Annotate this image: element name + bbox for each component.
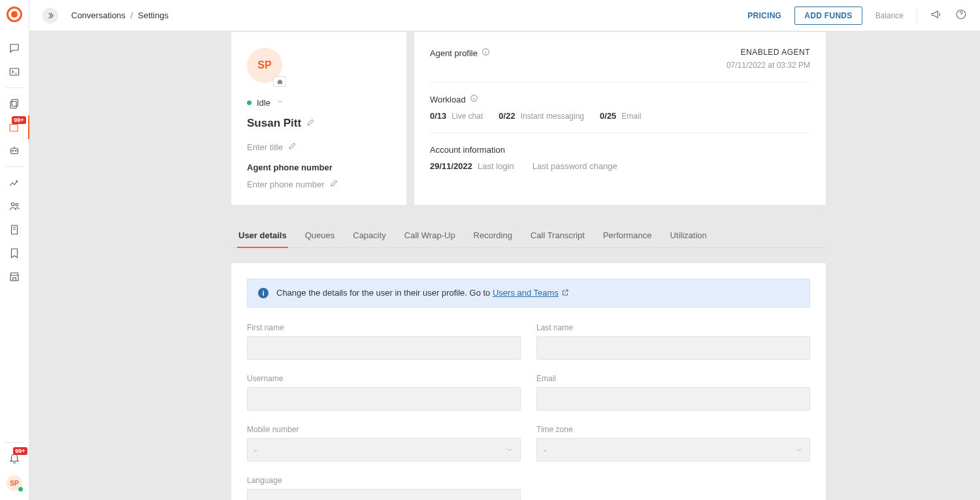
edit-phone-icon [330,179,338,189]
nav-agents-badge: 99+ [12,116,25,124]
agent-avatar[interactable]: SP [247,48,282,83]
brand-logo[interactable] [7,7,22,22]
info-banner: i Change the details for the user in the… [247,279,810,307]
timezone-select[interactable]: - [536,438,810,461]
announce-icon[interactable] [930,8,942,22]
agent-name-text: Susan Pitt [247,117,301,130]
help-icon[interactable] [955,8,967,22]
svg-point-6 [16,150,17,151]
agent-title-placeholder: Enter title [247,142,283,152]
topbar: Conversations / Settings PRICING ADD FUN… [29,0,980,31]
svg-point-5 [12,150,14,151]
first-name-input[interactable] [247,336,521,360]
stat-email-label: Email [621,112,641,121]
nav-analytics-icon[interactable] [0,171,29,195]
last-name-input[interactable] [536,336,810,360]
phone-label: Agent phone number [247,163,391,172]
agent-identity-card: SP Idle Sus [231,31,407,206]
svg-rect-4 [11,148,18,153]
email-input[interactable] [536,387,810,411]
last-pwd-label: Last password change [532,161,617,171]
agent-avatar-initials: SP [257,59,271,71]
tab-call-wrapup[interactable]: Call Wrap-Up [403,224,457,247]
stat-instant-messaging: 0/22 Instant messaging [498,111,584,121]
sidebar: 99+ 99+ SP [0,0,29,500]
nav-bookmark-icon[interactable] [0,242,29,265]
svg-rect-9 [12,225,18,234]
svg-point-11 [279,81,281,83]
nav-bot-icon[interactable] [0,139,29,163]
nav-copy-icon[interactable] [0,92,29,116]
nav-store-icon[interactable] [0,265,29,289]
agent-profile-title: Agent profile [430,48,478,58]
tab-performance[interactable]: Performance [602,224,653,247]
edit-title-icon [288,142,297,152]
nav-people-icon[interactable] [0,195,29,218]
svg-rect-2 [10,101,16,108]
external-link-icon [561,289,569,298]
expand-sidebar-button[interactable] [42,8,58,23]
stat-last-login: 29/11/2022 Last login [430,161,514,171]
agent-phone-placeholder: Enter phone number [247,180,325,189]
banner-text: Change the details for the user in their… [276,288,493,298]
tab-user-details[interactable]: User details [237,224,288,248]
chevron-down-icon [795,446,803,454]
email-label: Email [536,374,810,383]
nav-notifications-icon[interactable]: 99+ [0,446,29,470]
agent-profile-card: Agent profile ENABLED AGENT 07/11/2022 a… [414,31,826,206]
language-select-value: - [254,496,257,500]
balance-label: Balance [875,11,904,20]
tab-call-transcript[interactable]: Call Transcript [529,224,586,247]
account-info-title: Account information [430,145,505,155]
current-user-avatar[interactable]: SP [7,475,22,491]
profile-timestamp: 07/11/2022 at 03:32 PM [727,61,810,70]
tab-capacity[interactable]: Capacity [351,224,387,247]
mobile-select-value: - [254,445,257,455]
agent-title-input[interactable]: Enter title [247,142,391,152]
info-icon[interactable] [482,48,490,58]
breadcrumb-parent[interactable]: Conversations [71,10,125,20]
username-input[interactable] [247,387,521,411]
tabs: User details Queues Capacity Call Wrap-U… [231,224,826,248]
breadcrumb: Conversations / Settings [71,10,169,20]
breadcrumb-current: Settings [138,10,169,20]
nav-chat-icon[interactable] [0,37,29,60]
svg-point-8 [16,204,18,206]
enabled-agent-label: ENABLED AGENT [727,48,810,57]
users-and-teams-link[interactable]: Users and Teams [493,288,559,298]
nav-terminal-icon[interactable] [0,60,29,84]
tab-recording[interactable]: Recording [472,224,514,247]
mobile-select[interactable]: - [247,438,521,461]
tab-utilization[interactable]: Utilization [668,224,708,247]
add-funds-button[interactable]: ADD FUNDS [794,7,862,25]
user-details-panel: i Change the details for the user in the… [231,262,826,500]
stat-email: 0/25 Email [600,111,641,121]
agent-status-label: Idle [257,98,270,108]
agent-phone-input[interactable]: Enter phone number [247,179,391,189]
status-dot-icon [247,101,252,105]
last-name-label: Last name [536,323,810,332]
nav-agents-icon[interactable]: 99+ [0,116,29,139]
stat-live-chat-label: Live chat [451,112,483,121]
pricing-link[interactable]: PRICING [747,11,781,20]
camera-icon[interactable] [273,76,286,87]
timezone-select-value: - [544,445,546,455]
language-label: Language [247,476,521,485]
svg-point-7 [12,203,15,206]
info-circle-icon: i [258,288,269,298]
stat-live-chat-val: 0/13 [430,111,446,121]
stat-live-chat: 0/13 Live chat [430,111,483,121]
mobile-label: Mobile number [247,425,521,434]
stat-last-pwd: Last password change [532,161,617,171]
workload-title: Workload [430,95,466,104]
language-select[interactable]: - [247,489,521,500]
chevron-down-icon [276,97,284,108]
first-name-label: First name [247,323,521,332]
agent-status[interactable]: Idle [247,97,391,108]
svg-rect-3 [10,125,18,132]
nav-book-icon[interactable] [0,218,29,242]
edit-name-icon[interactable] [306,117,315,130]
chevron-down-icon [506,446,514,454]
tab-queues[interactable]: Queues [304,224,336,247]
info-icon[interactable] [470,94,478,104]
